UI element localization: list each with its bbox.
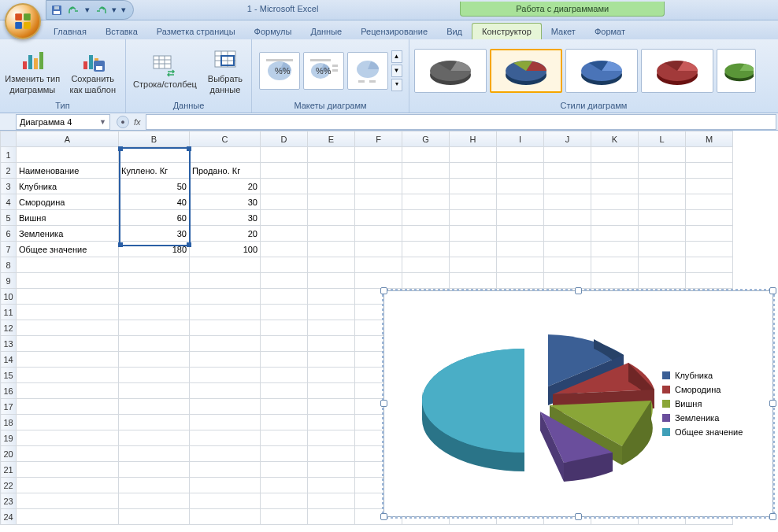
- cell-J3[interactable]: [544, 179, 591, 194]
- cell-J1[interactable]: [544, 147, 591, 163]
- col-header-E[interactable]: E: [308, 131, 355, 147]
- cell-D22[interactable]: [261, 478, 308, 493]
- cell-A8[interactable]: [17, 257, 119, 273]
- chart-style-1[interactable]: [414, 49, 487, 93]
- cell-I9[interactable]: [497, 273, 544, 289]
- cell-D7[interactable]: [261, 242, 308, 257]
- chart-style-2[interactable]: [490, 49, 562, 93]
- legend-item[interactable]: Земленика: [662, 413, 772, 423]
- cell-J4[interactable]: [544, 194, 591, 210]
- col-header-D[interactable]: D: [261, 131, 308, 147]
- cell-B15[interactable]: [119, 368, 190, 383]
- layouts-more-icon[interactable]: ▾: [391, 79, 402, 91]
- qat-customize-icon[interactable]: ▾: [120, 3, 127, 17]
- cell-K6[interactable]: [591, 226, 639, 242]
- cell-A13[interactable]: [17, 336, 119, 352]
- cell-A22[interactable]: [17, 478, 119, 493]
- cell-L6[interactable]: [639, 226, 686, 242]
- cell-C21[interactable]: [190, 462, 261, 478]
- cell-D13[interactable]: [261, 336, 308, 352]
- cell-K8[interactable]: [591, 257, 639, 273]
- cell-B9[interactable]: [119, 273, 190, 289]
- cell-K3[interactable]: [591, 179, 639, 194]
- cell-D14[interactable]: [261, 352, 308, 368]
- cell-D11[interactable]: [261, 305, 308, 320]
- cell-F7[interactable]: [355, 242, 402, 257]
- cell-D8[interactable]: [261, 257, 308, 273]
- col-header-A[interactable]: A: [17, 131, 119, 147]
- chart-style-5[interactable]: [717, 49, 756, 93]
- cell-A18[interactable]: [17, 415, 119, 430]
- cell-C3[interactable]: 20: [190, 179, 261, 194]
- cell-E5[interactable]: [308, 210, 355, 226]
- row-header-17[interactable]: 17: [1, 399, 17, 415]
- cell-E15[interactable]: [308, 368, 355, 383]
- row-header-20[interactable]: 20: [1, 446, 17, 462]
- cell-B1[interactable]: [119, 147, 190, 163]
- cell-A16[interactable]: [17, 383, 119, 399]
- cell-B21[interactable]: [119, 462, 190, 478]
- cell-D20[interactable]: [261, 446, 308, 462]
- undo-dropdown-icon[interactable]: ▾: [84, 3, 91, 17]
- cell-D6[interactable]: [261, 226, 308, 242]
- undo-icon[interactable]: [67, 3, 81, 17]
- cell-H7[interactable]: [450, 242, 497, 257]
- row-header-10[interactable]: 10: [1, 289, 17, 305]
- tab-pagelayout[interactable]: Разметка страницы: [147, 24, 245, 39]
- row-header-15[interactable]: 15: [1, 368, 17, 383]
- cell-E23[interactable]: [308, 493, 355, 509]
- row-header-14[interactable]: 14: [1, 352, 17, 368]
- cell-E9[interactable]: [308, 273, 355, 289]
- cell-D16[interactable]: [261, 383, 308, 399]
- cell-C6[interactable]: 20: [190, 226, 261, 242]
- cell-G5[interactable]: [402, 210, 450, 226]
- cell-B14[interactable]: [119, 352, 190, 368]
- cell-M8[interactable]: [686, 257, 733, 273]
- cell-D4[interactable]: [261, 194, 308, 210]
- col-header-K[interactable]: K: [591, 131, 639, 147]
- cell-H1[interactable]: [450, 147, 497, 163]
- cell-B7[interactable]: 180: [119, 242, 190, 257]
- cell-C10[interactable]: [190, 289, 261, 305]
- cell-J8[interactable]: [544, 257, 591, 273]
- cell-J9[interactable]: [544, 273, 591, 289]
- cell-K1[interactable]: [591, 147, 639, 163]
- cell-B13[interactable]: [119, 336, 190, 352]
- office-button[interactable]: [5, 3, 41, 39]
- tab-data[interactable]: Данные: [301, 24, 351, 39]
- cell-E6[interactable]: [308, 226, 355, 242]
- cell-C23[interactable]: [190, 493, 261, 509]
- cell-C17[interactable]: [190, 399, 261, 415]
- save-icon[interactable]: [50, 3, 64, 17]
- row-header-12[interactable]: 12: [1, 320, 17, 336]
- cell-C18[interactable]: [190, 415, 261, 430]
- row-header-2[interactable]: 2: [1, 163, 17, 179]
- name-box-dropdown-icon[interactable]: ▼: [99, 118, 106, 126]
- cell-I4[interactable]: [497, 194, 544, 210]
- row-header-3[interactable]: 3: [1, 179, 17, 194]
- cell-E21[interactable]: [308, 462, 355, 478]
- cell-D1[interactable]: [261, 147, 308, 163]
- cell-E3[interactable]: [308, 179, 355, 194]
- col-header-M[interactable]: M: [686, 131, 733, 147]
- cell-K7[interactable]: [591, 242, 639, 257]
- col-header-L[interactable]: L: [639, 131, 686, 147]
- row-header-19[interactable]: 19: [1, 430, 17, 446]
- cell-H4[interactable]: [450, 194, 497, 210]
- cell-G1[interactable]: [402, 147, 450, 163]
- chart-resize-handle[interactable]: [769, 400, 776, 407]
- cell-E10[interactable]: [308, 289, 355, 305]
- legend-item[interactable]: Вишня: [662, 399, 772, 408]
- cell-K9[interactable]: [591, 273, 639, 289]
- worksheet[interactable]: A B C D E F G H I J K L M 12Наименование…: [0, 131, 778, 532]
- tab-design[interactable]: Конструктор: [472, 23, 542, 39]
- chart-layout-3[interactable]: [347, 52, 388, 90]
- cell-C16[interactable]: [190, 383, 261, 399]
- select-all-corner[interactable]: [1, 131, 17, 147]
- col-header-H[interactable]: H: [450, 131, 497, 147]
- row-header-16[interactable]: 16: [1, 383, 17, 399]
- cell-A2[interactable]: Наименование: [17, 163, 119, 179]
- cell-E13[interactable]: [308, 336, 355, 352]
- cell-E14[interactable]: [308, 352, 355, 368]
- cell-D19[interactable]: [261, 430, 308, 446]
